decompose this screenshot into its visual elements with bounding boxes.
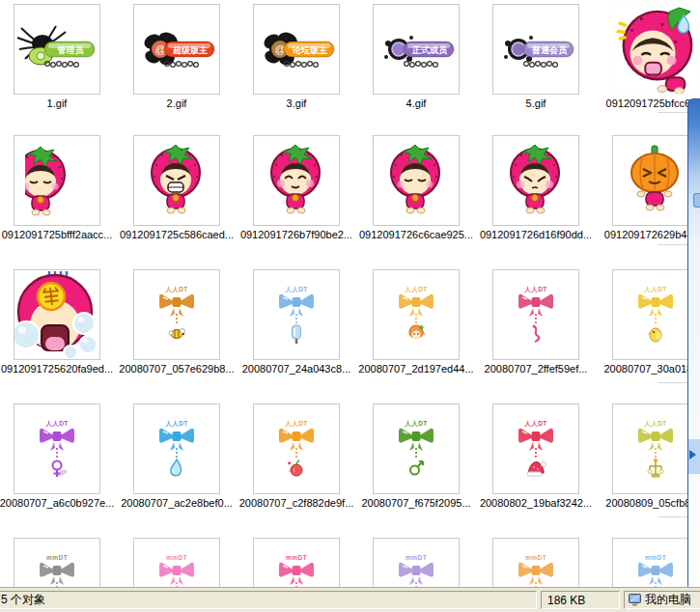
thumbnail-image: @论坛版主: [254, 5, 339, 94]
file-item[interactable]: 0912091726b7f90be2...: [237, 135, 356, 241]
status-location: 我的电脑: [624, 591, 700, 609]
file-thumbnail[interactable]: 人人DT: [612, 403, 699, 494]
file-item[interactable]: 0912091725c586caed...: [117, 135, 237, 241]
status-size: 186 KB: [541, 591, 620, 609]
file-name-label: 0912091725bfff2aacc...: [0, 229, 117, 241]
scrollbar-thumb[interactable]: [693, 193, 700, 208]
file-thumbnail[interactable]: [253, 135, 340, 226]
file-thumbnail[interactable]: 人人DT: [492, 269, 579, 360]
file-thumbnail[interactable]: 人人DT: [14, 403, 100, 494]
file-name-label: 20080707_24a043c8...: [237, 363, 356, 376]
thumbnail-image: 人人DT: [613, 404, 698, 493]
file-thumbnail[interactable]: 管理员: [14, 4, 100, 95]
file-name-label: 3.gif: [237, 97, 356, 110]
file-item[interactable]: 人人DT20080707_2ffef59ef...: [476, 269, 596, 376]
file-name-label: 2.gif: [117, 97, 237, 110]
size-text: 186 KB: [547, 594, 585, 607]
file-item[interactable]: 人人DT20080707_057e629b8...: [117, 269, 237, 376]
file-thumbnail[interactable]: 人人DT: [373, 269, 460, 360]
file-item[interactable]: 管理员1.gif: [0, 4, 117, 110]
thumbnail-image: 人人DT♥: [254, 404, 339, 493]
file-thumbnail[interactable]: [492, 135, 579, 226]
file-thumbnail[interactable]: @论坛版主: [253, 4, 340, 95]
svg-text:人人DT: 人人DT: [284, 286, 308, 293]
file-item[interactable]: 091209172629b4c5...: [596, 135, 700, 241]
file-thumbnail[interactable]: 人人DT: [133, 403, 220, 494]
thumbnail-image: 人人DT: [134, 270, 219, 359]
file-item[interactable]: 人人DT20080707_f675f2095...: [356, 403, 476, 510]
file-thumbnail[interactable]: @超级版主: [133, 4, 220, 95]
file-item[interactable]: 正式成员4.gif: [356, 4, 476, 110]
thumbnail-image: 人人DT: [374, 270, 459, 359]
file-name-label: 20080707_c2f882de9f...: [237, 497, 356, 510]
file-thumbnail[interactable]: 正式成员: [373, 4, 460, 95]
file-thumbnail[interactable]: 人人DT: [492, 403, 579, 494]
file-thumbnail[interactable]: 人人DT: [373, 403, 460, 494]
thumbnail-image: @超级版主: [134, 5, 219, 94]
svg-text:mmDT: mmDT: [166, 554, 187, 561]
file-name-label: 20080707_057e629b8...: [117, 363, 237, 376]
file-name-label: 20080707_f675f2095...: [356, 497, 476, 510]
svg-text:人人DT: 人人DT: [523, 420, 547, 428]
file-grid: 管理员1.gif@超级版主2.gif@论坛版主3.gif正式成员4.gif普通会…: [0, 0, 700, 587]
file-name-label: 5.gif: [476, 97, 596, 110]
file-name-label: 20080707_a6c0b927e...: [0, 497, 117, 510]
file-thumbnail[interactable]: 人人DT: [612, 269, 699, 360]
svg-text:管理员: 管理员: [57, 45, 85, 55]
thumbnail-image: 管理员: [14, 5, 99, 94]
file-item[interactable]: 人人DT20080707_30a0181...: [596, 269, 700, 376]
thumbnail-image: 普通会员: [493, 5, 578, 94]
scroll-arrow-icon[interactable]: [689, 450, 696, 459]
file-thumbnail[interactable]: [133, 135, 220, 226]
thumbnail-image: [493, 136, 578, 225]
svg-text:人人DT: 人人DT: [404, 286, 428, 293]
svg-text:mmDT: mmDT: [645, 554, 666, 561]
file-item[interactable]: 人人DT20080707_2d197ed44...: [356, 269, 476, 376]
file-item[interactable]: 人人DT20080802_19baf3242...: [476, 403, 596, 510]
file-name-label: 091209172629b4c5...: [596, 229, 700, 241]
file-name-label: 0912091725c586caed...: [117, 229, 237, 241]
file-item[interactable]: 0912091725bfcc6d...: [596, 4, 700, 110]
file-item[interactable]: @论坛版主3.gif: [237, 4, 356, 110]
thumbnail-image: 人人DT: [374, 404, 459, 493]
location-text: 我的电脑: [645, 592, 691, 608]
file-name-label: 4.gif: [356, 97, 476, 110]
file-item[interactable]: 人人DT20080707_a6c0b927e...: [0, 403, 117, 510]
svg-text:人人DT: 人人DT: [643, 420, 667, 428]
svg-text:论坛版主: 论坛版主: [292, 45, 327, 55]
file-item[interactable]: 人人DT♥20080707_c2f882de9f...: [237, 403, 356, 510]
thumbnail-image: 人人DT: [14, 404, 99, 493]
file-item[interactable]: 0912091725620fa9ed...: [0, 269, 117, 376]
file-thumbnail[interactable]: 人人DT: [253, 269, 340, 360]
svg-text:♥: ♥: [288, 460, 292, 466]
svg-text:超级版主: 超级版主: [172, 45, 208, 55]
separator-line: [658, 516, 688, 517]
thumbnail-image: [134, 136, 219, 225]
thumbnail-image: [14, 270, 99, 359]
file-item[interactable]: 人人DT20080707_24a043c8...: [237, 269, 356, 376]
separator-line: [658, 244, 688, 245]
thumbnail-image: 人人DT: [613, 270, 698, 359]
file-thumbnail[interactable]: [373, 135, 460, 226]
file-item[interactable]: 人人DT20080707_ac2e8bef0...: [117, 403, 237, 510]
file-thumbnail[interactable]: [14, 135, 100, 226]
file-name-label: 0912091726d16f90dd...: [476, 229, 596, 241]
file-item[interactable]: 0912091726c6cae925...: [356, 135, 476, 241]
file-thumbnail[interactable]: 人人DT: [133, 269, 220, 360]
file-thumbnail[interactable]: [612, 4, 699, 95]
svg-text:人人DT: 人人DT: [404, 420, 428, 428]
scrollbar[interactable]: [687, 98, 700, 587]
file-thumbnail[interactable]: [612, 135, 699, 226]
status-bar: 5 个对象 186 KB 我的电脑: [0, 587, 700, 612]
file-thumbnail[interactable]: 人人DT♥: [253, 403, 340, 494]
file-item[interactable]: 普通会员5.gif: [476, 4, 596, 110]
file-item[interactable]: 0912091726d16f90dd...: [476, 135, 596, 241]
file-name-label: 20080707_ac2e8bef0...: [117, 497, 237, 510]
file-item[interactable]: @超级版主2.gif: [117, 4, 237, 110]
file-item[interactable]: 人人DT20080809_05cfb84...: [596, 403, 700, 510]
file-name-label: 0912091726b7f90be2...: [237, 229, 356, 241]
file-item[interactable]: 0912091725bfff2aacc...: [0, 135, 117, 241]
file-thumbnail[interactable]: 普通会员: [492, 4, 579, 95]
file-thumbnail[interactable]: [14, 269, 100, 360]
thumbnail-image: 人人DT: [493, 404, 578, 493]
